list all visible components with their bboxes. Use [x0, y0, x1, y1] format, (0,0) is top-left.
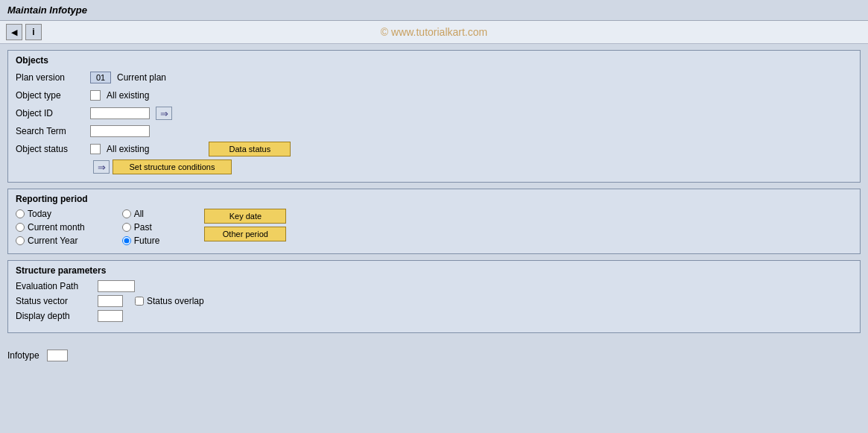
- back-icon[interactable]: ◀: [6, 24, 22, 40]
- page-title: Maintain Infotype: [7, 4, 87, 16]
- object-id-arrow-btn[interactable]: ⇒: [156, 107, 172, 120]
- evaluation-path-row: Evaluation Path: [16, 280, 852, 292]
- radio-current-month[interactable]: Current month: [16, 222, 85, 233]
- object-type-text: All existing: [107, 90, 149, 101]
- display-depth-input[interactable]: [98, 310, 123, 322]
- infotype-label: Infotype: [7, 350, 39, 361]
- objects-section-title: Objects: [16, 55, 852, 66]
- object-type-row: Object type All existing: [16, 88, 852, 103]
- object-type-checkbox[interactable]: [90, 90, 101, 101]
- info-icon[interactable]: i: [25, 24, 42, 40]
- toolbar: ◀ i © www.tutorialkart.com: [0, 21, 868, 44]
- radio-today[interactable]: Today: [16, 209, 85, 219]
- reporting-buttons: Key date Other period: [204, 209, 286, 241]
- radio-current-year[interactable]: Current Year: [16, 236, 85, 246]
- structure-parameters-title: Structure parameters: [16, 265, 852, 276]
- search-term-row: Search Term: [16, 124, 852, 139]
- evaluation-path-label: Evaluation Path: [16, 281, 98, 291]
- object-id-input[interactable]: [90, 107, 150, 119]
- display-depth-row: Display depth: [16, 310, 852, 322]
- plan-version-label: Plan version: [16, 72, 90, 83]
- data-status-button[interactable]: Data status: [209, 142, 291, 157]
- object-status-checkbox[interactable]: [90, 144, 101, 154]
- status-overlap-checkbox[interactable]: [135, 297, 144, 306]
- search-term-label: Search Term: [16, 126, 90, 136]
- radio-col2: All Past Future: [122, 209, 160, 246]
- set-structure-button[interactable]: Set structure conditions: [113, 159, 232, 174]
- radio-future[interactable]: Future: [122, 236, 160, 246]
- object-status-row: Object status All existing Data status: [16, 142, 852, 157]
- infotype-section: Infotype: [0, 345, 868, 366]
- status-vector-input[interactable]: [98, 295, 123, 307]
- radio-all[interactable]: All: [122, 209, 160, 219]
- object-status-text: All existing: [107, 144, 149, 154]
- radio-col1: Today Current month Current Year: [16, 209, 85, 246]
- evaluation-path-input[interactable]: [98, 280, 135, 292]
- key-date-button[interactable]: Key date: [204, 209, 286, 224]
- plan-version-text: Current plan: [117, 72, 166, 83]
- reporting-period-title: Reporting period: [16, 194, 852, 204]
- set-structure-row: ⇒ Set structure conditions: [93, 159, 852, 174]
- object-status-label: Object status: [16, 144, 90, 154]
- watermark: © www.tutorialkart.com: [381, 26, 487, 38]
- other-period-button[interactable]: Other period: [204, 227, 286, 241]
- status-vector-label: Status vector: [16, 296, 98, 306]
- search-term-input[interactable]: [90, 125, 150, 137]
- title-bar: Maintain Infotype: [0, 0, 868, 21]
- status-vector-row: Status vector Status overlap: [16, 295, 852, 307]
- status-overlap-label[interactable]: Status overlap: [135, 296, 204, 306]
- plan-version-row: Plan version 01 Current plan: [16, 70, 852, 85]
- object-id-row: Object ID ⇒: [16, 106, 852, 121]
- display-depth-label: Display depth: [16, 311, 98, 321]
- object-id-label: Object ID: [16, 108, 90, 118]
- object-type-label: Object type: [16, 90, 90, 101]
- radio-past[interactable]: Past: [122, 222, 160, 233]
- reporting-period-section: Reporting period Today Current month Cur: [7, 189, 861, 254]
- plan-version-value: 01: [90, 72, 111, 83]
- objects-section: Objects Plan version 01 Current plan Obj…: [7, 50, 861, 183]
- structure-parameters-section: Structure parameters Evaluation Path Sta…: [7, 260, 861, 333]
- set-structure-arrow-icon: ⇒: [93, 160, 110, 174]
- infotype-input[interactable]: [47, 350, 68, 361]
